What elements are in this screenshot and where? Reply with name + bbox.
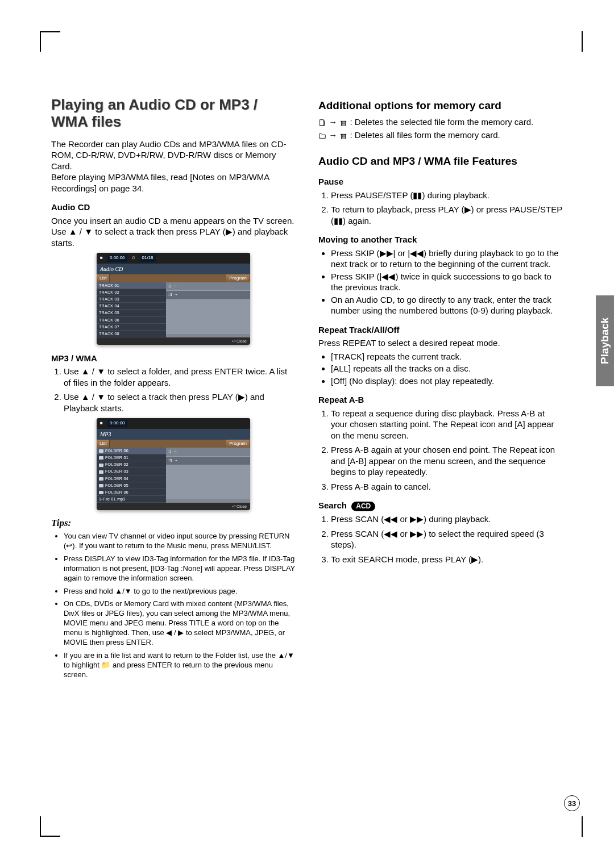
list-item: TRACK 02 bbox=[97, 289, 166, 296]
mem-item: → : Deletes all files form the memory ca… bbox=[318, 130, 563, 141]
page-title: Playing an Audio CD or MP3 / WMA files bbox=[51, 97, 296, 131]
repeat-item: [Off] (No display): does not play repeat… bbox=[331, 375, 563, 387]
ab-step: Press A-B again at your chosen end point… bbox=[331, 444, 563, 478]
list-item: FOLDER 06 bbox=[97, 489, 166, 496]
audio-cd-screenshot: ■ 0:50:06 ♫ 01/18 Audio CD List Program … bbox=[97, 253, 250, 345]
menu-row-play-icon: ♫ → bbox=[166, 282, 251, 291]
move-item: Press SKIP (▶▶| or |◀◀) briefly during p… bbox=[331, 248, 563, 270]
folder-icon bbox=[318, 132, 326, 140]
list-item: FOLDER 00 bbox=[97, 448, 166, 454]
pause-heading: Pause bbox=[318, 176, 563, 187]
fig2-time: 0:00:00 bbox=[107, 420, 127, 427]
list-item: TRACK 05 bbox=[97, 310, 166, 316]
mp3-screenshot: ■ 0:00:00 MP3 List Program FOLDER 00 FOL… bbox=[97, 418, 250, 510]
list-item: FOLDER 01 bbox=[97, 454, 166, 461]
page-number: 33 bbox=[564, 795, 580, 811]
fig2-close: Close bbox=[237, 504, 247, 508]
list-item: FOLDER 02 bbox=[97, 461, 166, 468]
repeat-item: [TRACK] repeats the current track. bbox=[331, 351, 563, 362]
list-item: TRACK 04 bbox=[97, 303, 166, 310]
fig1-close: Close bbox=[237, 339, 247, 343]
fig1-count: 01/18 bbox=[140, 254, 156, 261]
list-item: TRACK 01 bbox=[97, 282, 166, 289]
search-step: Press SCAN (◀◀ or ▶▶) to select the requ… bbox=[331, 528, 563, 550]
search-step: To exit SEARCH mode, press PLAY (▶). bbox=[331, 554, 563, 565]
mp3-step: Use ▲ / ▼ to select a folder, and press … bbox=[64, 366, 296, 388]
file-icon bbox=[318, 119, 326, 127]
mp3-step: Use ▲ / ▼ to select a track then press P… bbox=[64, 391, 296, 414]
tip-item: Press and hold ▲/▼ to go to the next/pre… bbox=[64, 587, 296, 596]
list-item: TRACK 06 bbox=[97, 317, 166, 324]
tip-item: If you are in a file list and want to re… bbox=[64, 651, 296, 680]
mem-item: → : Deletes the selected file form the m… bbox=[318, 116, 563, 128]
move-item: Press SKIP (|◀◀) twice in quick successi… bbox=[331, 271, 563, 293]
intro-text: The Recorder can play Audio CDs and MP3/… bbox=[51, 139, 296, 194]
trash-icon bbox=[339, 132, 347, 140]
repeat-ab-heading: Repeat A-B bbox=[318, 394, 563, 406]
fig2-tab-program: Program bbox=[226, 440, 250, 448]
move-heading: Moving to another Track bbox=[318, 234, 563, 245]
repeat-intro: Press REPEAT to select a desired repeat … bbox=[318, 337, 563, 349]
fig1-tab-list: List bbox=[97, 274, 110, 282]
acd-badge: ACD bbox=[351, 502, 375, 512]
fig2-tab-list: List bbox=[97, 440, 110, 448]
menu-row-play-icon: ♫ → bbox=[166, 448, 251, 456]
menu-row-prog-icon: ⇉ → bbox=[166, 291, 251, 299]
left-column: Playing an Audio CD or MP3 / WMA files T… bbox=[51, 97, 296, 794]
search-heading: Search ACD bbox=[318, 500, 563, 511]
move-item: On an Audio CD, to go directly to any tr… bbox=[331, 294, 563, 316]
features-heading: Audio CD and MP3 / WMA file Features bbox=[318, 155, 563, 169]
pause-step: Press PAUSE/STEP (▮▮) during playback. bbox=[331, 190, 563, 201]
ab-step: To repeat a sequence during disc playbac… bbox=[331, 408, 563, 441]
memory-card-heading: Additional options for memory card bbox=[318, 99, 563, 113]
list-item: TRACK 08 bbox=[97, 331, 166, 337]
trash-icon bbox=[339, 119, 347, 127]
mp3-heading: MP3 / WMA bbox=[51, 353, 296, 364]
fig1-tab-program: Program bbox=[226, 274, 250, 282]
right-column: Additional options for memory card → : D… bbox=[318, 97, 563, 794]
tips-heading: Tips: bbox=[51, 517, 296, 529]
search-step: Press SCAN (◀◀ or ▶▶) during playback. bbox=[331, 514, 563, 525]
fig1-time: 0:50:06 bbox=[107, 254, 127, 261]
repeat-heading: Repeat Track/All/Off bbox=[318, 324, 563, 336]
pause-step: To return to playback, press PLAY (▶) or… bbox=[331, 204, 563, 226]
list-item: FOLDER 04 bbox=[97, 475, 166, 482]
list-item: 1-File 01.mp3 bbox=[97, 496, 166, 503]
svg-rect-0 bbox=[320, 119, 323, 126]
section-tab: Playback bbox=[596, 295, 614, 386]
repeat-item: [ALL] repeats all the tracks on a disc. bbox=[331, 363, 563, 374]
tip-item: Press DISPLAY to view ID3-Tag informatio… bbox=[64, 554, 296, 583]
list-item: TRACK 03 bbox=[97, 296, 166, 303]
tip-item: On CDs, DVDs or Memory Card with mixed c… bbox=[64, 599, 296, 647]
tip-item: You can view TV channel or video input s… bbox=[64, 532, 296, 551]
fig1-title: Audio CD bbox=[97, 264, 250, 274]
list-item: TRACK 07 bbox=[97, 324, 166, 331]
audio-cd-heading: Audio CD bbox=[51, 202, 296, 213]
menu-row-prog-icon: ⇉ → bbox=[166, 457, 251, 465]
audio-cd-text: Once you insert an audio CD a menu appea… bbox=[51, 215, 296, 249]
ab-step: Press A-B again to cancel. bbox=[331, 481, 563, 493]
fig2-title: MP3 bbox=[97, 429, 250, 440]
list-item: FOLDER 05 bbox=[97, 482, 166, 489]
list-item: FOLDER 03 bbox=[97, 468, 166, 475]
